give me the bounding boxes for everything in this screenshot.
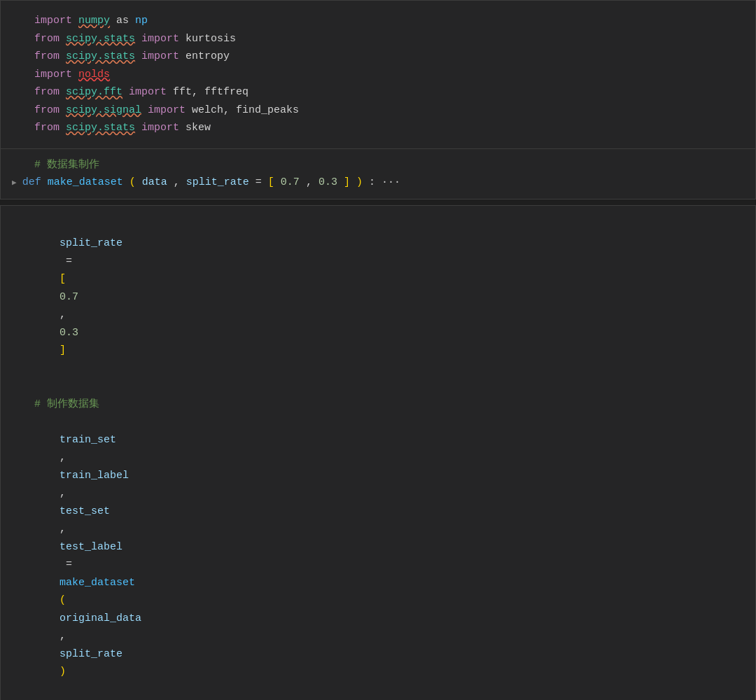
comment-make: # 制作数据集 (34, 396, 741, 414)
def-line: def make_dataset ( data , split_rate = [… (22, 174, 400, 192)
code-line: from scipy.stats import kurtosis (34, 30, 741, 48)
func-make-dataset: make_dataset (48, 176, 123, 188)
call-make-dataset: make_dataset (59, 577, 135, 589)
def-line-wrapper: ▶ def make_dataset ( data , split_rate =… (12, 174, 741, 192)
dataset-assign-line: train_set , train_label , test_set , tes… (34, 413, 741, 699)
keyword-from: from (34, 33, 59, 45)
blank-line (34, 377, 741, 396)
code-line: from scipy.stats import entropy (34, 48, 741, 66)
code-line: import nolds (34, 66, 741, 84)
code-cell-3: split_rate = [ 0.7 , 0.3 ] # 制作数据集 train… (0, 205, 756, 701)
module-scipy-signal: scipy.signal (66, 104, 141, 116)
collapse-arrow[interactable]: ▶ (12, 178, 17, 187)
code-line: from scipy.signal import welch, find_pea… (34, 102, 741, 120)
keyword-import2: import (34, 69, 72, 80)
alias-np: np (135, 15, 148, 27)
module-scipy-stats2: scipy.stats (66, 50, 135, 62)
code-line: split_rate = [ 0.7 , 0.3 ] (34, 217, 741, 378)
module-nolds: nolds (78, 69, 110, 80)
code-cell-2: # 数据集制作 ▶ def make_dataset ( data , spli… (0, 149, 756, 200)
comment-dataset: # 数据集制作 (12, 156, 741, 174)
separator-1 (0, 200, 756, 205)
code-line: from scipy.stats import skew (34, 119, 741, 137)
keyword-import: import (34, 15, 72, 27)
code-cell-1: import numpy as np from scipy.stats impo… (0, 0, 756, 149)
module-numpy: numpy (78, 15, 110, 27)
module-scipy-stats3: scipy.stats (66, 122, 135, 134)
code-line: import numpy as np (34, 12, 741, 30)
module-scipy-fft: scipy.fft (66, 86, 122, 98)
module-scipy-stats: scipy.stats (66, 33, 135, 45)
keyword-from2: from (34, 50, 59, 62)
code-line: from scipy.fft import fft, fftfreq (34, 83, 741, 102)
